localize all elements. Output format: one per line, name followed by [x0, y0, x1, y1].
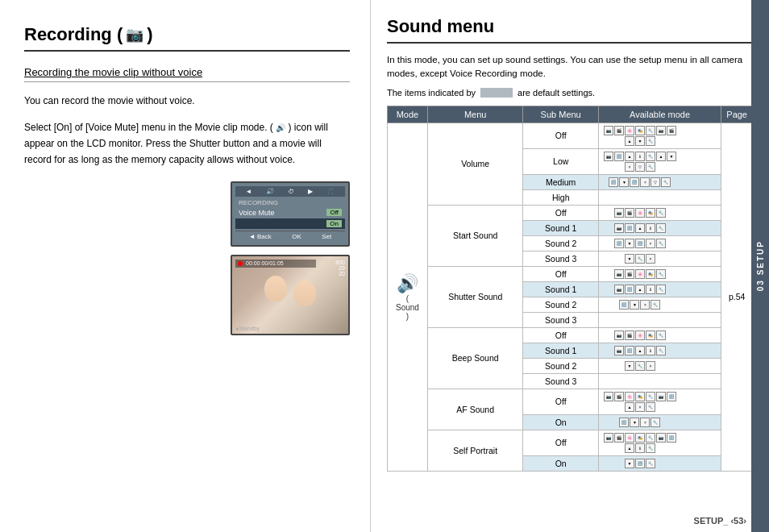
lcd-num-29: 29	[335, 265, 345, 271]
s4: ℹ	[646, 346, 655, 355]
submenu-shs1: Sound 1	[523, 281, 598, 297]
submenu-bs1: Sound 1	[523, 343, 598, 358]
m1: 🔢	[614, 239, 624, 248]
n2: 🔧	[635, 254, 645, 264]
lcd-on-value: On	[326, 220, 342, 227]
icon-grid-6: 📷 🔢 ▲ ℹ 🔧	[604, 223, 676, 233]
available-icons-19: 📷 🎬 🌸 🎭 🔧 📷 🔢 ▲ ℹ 🔧	[598, 430, 721, 455]
u8: ▲	[625, 402, 634, 412]
submenu-sp-on: On	[523, 455, 598, 471]
icon-3: 🌸	[625, 126, 634, 135]
submenu-high: High	[523, 189, 598, 205]
o4: 🎭	[646, 269, 655, 279]
submenu-sp-off: Off	[523, 430, 598, 455]
j1: 🔢	[609, 177, 618, 187]
available-icons-12	[598, 312, 721, 327]
w4: 🎭	[635, 433, 645, 443]
icon-7: 🎬	[667, 126, 676, 135]
j5: ▽	[651, 177, 660, 187]
menu-beep-sound: Beep Sound	[427, 327, 523, 389]
submenu-ss-off: Off	[523, 205, 598, 220]
icon-9: ▼	[635, 136, 645, 146]
v1: 🔢	[619, 418, 629, 427]
p1: 📷	[614, 285, 624, 294]
s3: ▲	[635, 346, 645, 355]
submenu-af-on: On	[523, 414, 598, 430]
submenu-ss1: Sound 1	[523, 220, 598, 235]
lcd-icon-1: ◄	[246, 188, 252, 195]
t1: ▼	[625, 361, 634, 371]
default-note-suffix: are default settings.	[518, 88, 595, 98]
u3: 🌸	[625, 392, 634, 401]
submenu-bs3: Sound 3	[523, 373, 598, 389]
s2: 🔢	[625, 346, 634, 355]
lcd-num-20: 20	[335, 271, 345, 276]
i3: ▲	[625, 152, 634, 161]
available-icons-7: 🔢 ▼ 🔣 × 🔧	[598, 235, 721, 251]
l5: 🔧	[656, 223, 666, 233]
available-icons-5: 📷 🎬 🌸 🎭 🔧	[598, 205, 721, 220]
lcd-set: Set	[322, 233, 331, 240]
icon-grid-15: ▼ 🔧 ×	[604, 361, 676, 371]
menu-shutter-sound: Shutter Sound	[427, 266, 523, 327]
available-icons-8: ▼ 🔧 ×	[598, 251, 721, 266]
l3: ▲	[635, 223, 645, 233]
l1: 📷	[614, 223, 624, 233]
submenu-shs2: Sound 2	[523, 297, 598, 312]
right-intro: In this mode, you can set up sound setti…	[387, 53, 753, 81]
submenu-ss3: Sound 3	[523, 251, 598, 266]
i5: 🔧	[646, 152, 655, 161]
p2: 🔢	[625, 285, 634, 294]
l4: ℹ	[646, 223, 655, 233]
w7: 🔢	[667, 433, 676, 443]
o2: 🎬	[625, 269, 634, 279]
mode-cell-sound: 🔊 ( Sound )	[388, 123, 428, 471]
icon-grid-2: 📷 🔢 ▲ ℹ 🔧 ▲ ▼ × ▽ 🔧	[604, 152, 676, 172]
w1: 📷	[604, 433, 613, 443]
icon-1: 📷	[604, 126, 613, 135]
q1: 🔢	[619, 300, 629, 310]
chapter-tab: 03 SETUP	[751, 0, 769, 532]
icon-grid-10: 📷 🔢 ▲ ℹ 🔧	[604, 285, 676, 294]
lcd-icon-5: 🎵	[326, 188, 335, 195]
i10: 🔧	[646, 162, 655, 172]
o5: 🔧	[656, 269, 666, 279]
i2: 🔢	[614, 152, 624, 161]
r4: 🎭	[646, 330, 655, 340]
submenu-ss2: Sound 2	[523, 235, 598, 251]
j6: 🔧	[661, 177, 671, 187]
menu-self-portrait: Self Portrait	[427, 430, 523, 471]
icon-10: 🔧	[646, 136, 655, 146]
r2: 🎬	[625, 330, 634, 340]
lcd-standby: ●Standby	[235, 326, 260, 331]
page-cell: p.54	[721, 123, 753, 471]
i4: ℹ	[635, 152, 645, 161]
lcd-faces	[264, 276, 316, 306]
face-1	[264, 276, 287, 301]
submenu-shs3: Sound 3	[523, 312, 598, 327]
lcd-voice-mute-off: Off	[326, 209, 342, 216]
submenu-bs-off: Off	[523, 327, 598, 343]
u6: 📷	[656, 392, 666, 401]
submenu-bs2: Sound 2	[523, 358, 598, 373]
x1: ▼	[625, 459, 634, 468]
intro-text: You can record the movie without voice.	[24, 94, 350, 109]
lcd-rec-bar: 00:00:00/01:05	[235, 260, 316, 268]
q3: ×	[640, 300, 650, 310]
lcd-ok: OK	[292, 233, 301, 240]
page-number: SETUP_ ‹53›	[694, 516, 746, 526]
instruction-text: Select [On] of [Voice Mute] menu in the …	[24, 120, 350, 168]
lcd-voice-mute-label: Voice Mute	[239, 209, 275, 217]
icon-grid-18: 🔢 ▼ × 🔧	[604, 418, 676, 427]
lcd-menu-screenshot: ◄ 🔊 ⏱ ▶ 🎵 RECORDING Voice Mute Off On ◄ …	[231, 181, 350, 247]
menu-af-sound: AF Sound	[427, 389, 523, 430]
table-row: Self Portrait Off 📷 🎬 🌸 🎭 🔧 📷 🔢 ▲ ℹ 🔧	[388, 430, 753, 455]
icon-grid-5: 📷 🎬 🌸 🎭 🔧	[604, 208, 676, 218]
left-title: Recording ( 📷 )	[24, 24, 350, 52]
lcd-menu-header: ◄ 🔊 ⏱ ▶ 🎵	[235, 186, 345, 197]
icon-grid-3: 🔢 ▼ 🔣 × ▽ 🔧	[604, 177, 676, 187]
u1: 📷	[604, 392, 613, 401]
x2: 🔣	[635, 459, 645, 468]
submenu-shs-off: Off	[523, 266, 598, 281]
t3: ×	[646, 361, 655, 371]
